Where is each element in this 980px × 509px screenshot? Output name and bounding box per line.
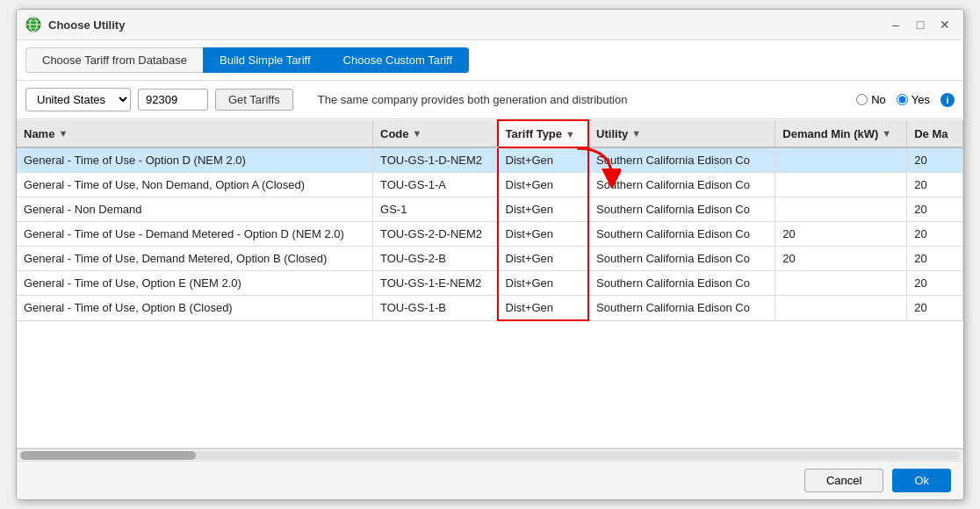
country-select[interactable]: United States (25, 88, 131, 111)
cell-name: General - Time of Use, Non Demand, Optio… (17, 173, 373, 197)
cell-code: TOU-GS-1-D-NEM2 (373, 147, 498, 173)
cell-utility: Southern California Edison Co (588, 147, 775, 173)
cell-code: TOU-GS-1-E-NEM2 (373, 271, 498, 296)
cell-tariff_type: Dist+Gen (498, 173, 589, 197)
cell-utility: Southern California Edison Co (588, 197, 775, 222)
cell-demand_max: 20 (907, 222, 963, 247)
cell-code: TOU-GS-1-B (373, 296, 498, 321)
main-window: Choose Utility – □ ✕ Choose Tariff from … (16, 9, 964, 500)
cell-name: General - Non Demand (17, 197, 373, 222)
filter-icon-utility[interactable]: ▼ (631, 128, 641, 139)
cell-demand_min: 20 (775, 222, 907, 247)
cell-code: TOU-GS-2-B (373, 247, 498, 271)
footer: Cancel Ok (17, 461, 963, 499)
close-button[interactable]: ✕ (935, 15, 955, 34)
cell-utility: Southern California Edison Co (588, 296, 775, 321)
table-row[interactable]: General - Time of Use, Option B (Closed)… (17, 296, 963, 321)
ok-button[interactable]: Ok (892, 469, 951, 492)
radio-yes-text: Yes (912, 93, 930, 106)
table-body: General - Time of Use - Option D (NEM 2.… (17, 147, 963, 320)
table-row[interactable]: General - Non DemandGS-1Dist+GenSouthern… (17, 197, 963, 222)
col-header-tariff-type[interactable]: Tariff Type ▼ (498, 120, 589, 147)
filter-icon-demand-min[interactable]: ▼ (882, 128, 891, 139)
col-header-demand-max[interactable]: De Ma (907, 120, 963, 147)
cell-tariff_type: Dist+Gen (498, 296, 589, 321)
cell-tariff_type: Dist+Gen (498, 222, 589, 247)
col-header-name[interactable]: Name ▼ (17, 120, 373, 147)
cell-tariff_type: Dist+Gen (498, 197, 589, 222)
tab-choose-db[interactable]: Choose Tariff from Database (25, 47, 203, 73)
cell-demand_max: 20 (907, 173, 963, 197)
radio-yes-label[interactable]: Yes (897, 93, 930, 106)
radio-yes[interactable] (897, 94, 908, 105)
table-row[interactable]: General - Time of Use, Demand Metered, O… (17, 247, 963, 271)
table-row[interactable]: General - Time of Use - Option D (NEM 2.… (17, 147, 963, 173)
table-header-row: Name ▼ Code ▼ Tariff Type ▼ (17, 120, 963, 147)
table-row[interactable]: General - Time of Use, Option E (NEM 2.0… (17, 271, 963, 296)
col-header-demand-min[interactable]: Demand Min (kW) ▼ (775, 120, 907, 147)
generation-label: The same company provides both generatio… (318, 93, 849, 106)
window-title: Choose Utility (48, 18, 125, 32)
filter-icon-name[interactable]: ▼ (58, 128, 68, 139)
cell-demand_min (775, 173, 907, 197)
cell-demand_max: 20 (907, 247, 963, 271)
cell-demand_min (775, 147, 907, 173)
filter-icon-code[interactable]: ▼ (413, 128, 422, 139)
zip-input[interactable] (138, 89, 208, 111)
app-icon (25, 17, 41, 32)
radio-no[interactable] (856, 94, 868, 105)
cell-name: General - Time of Use, Option B (Closed) (17, 296, 373, 321)
title-bar-left: Choose Utility (25, 17, 125, 32)
cell-code: TOU-GS-1-A (373, 173, 498, 197)
cell-code: TOU-GS-2-D-NEM2 (373, 222, 498, 247)
radio-no-text: No (871, 93, 886, 106)
table-container: Name ▼ Code ▼ Tariff Type ▼ (17, 119, 963, 448)
cell-tariff_type: Dist+Gen (498, 247, 589, 271)
tab-build-simple[interactable]: Build Simple Tariff (203, 47, 328, 73)
hscroll-thumb[interactable] (20, 451, 196, 460)
cancel-button[interactable]: Cancel (804, 469, 883, 492)
horizontal-scrollbar[interactable] (17, 448, 963, 461)
hscroll-track[interactable] (20, 451, 960, 460)
cell-name: General - Time of Use - Demand Metered -… (17, 222, 373, 247)
cell-tariff_type: Dist+Gen (498, 147, 589, 173)
cell-demand_max: 20 (907, 271, 963, 296)
title-bar: Choose Utility – □ ✕ (17, 10, 963, 40)
title-controls: – □ ✕ (886, 15, 955, 34)
minimize-button[interactable]: – (886, 15, 905, 34)
radio-group: No Yes i (856, 93, 955, 107)
cell-name: General - Time of Use - Option D (NEM 2.… (17, 147, 373, 173)
info-icon[interactable]: i (940, 93, 955, 107)
cell-name: General - Time of Use, Option E (NEM 2.0… (17, 271, 373, 296)
cell-tariff_type: Dist+Gen (498, 271, 589, 296)
cell-demand_max: 20 (907, 296, 963, 321)
get-tariffs-button[interactable]: Get Tariffs (215, 89, 293, 111)
data-table: Name ▼ Code ▼ Tariff Type ▼ (17, 119, 963, 321)
cell-demand_min (775, 271, 907, 296)
table-row[interactable]: General - Time of Use - Demand Metered -… (17, 222, 963, 247)
cell-utility: Southern California Edison Co (588, 173, 775, 197)
cell-utility: Southern California Edison Co (588, 271, 775, 296)
col-header-utility[interactable]: Utility ▼ (588, 120, 775, 147)
cell-code: GS-1 (373, 197, 498, 222)
cell-name: General - Time of Use, Demand Metered, O… (17, 247, 373, 271)
table-row[interactable]: General - Time of Use, Non Demand, Optio… (17, 173, 963, 197)
controls-row: United States Get Tariffs The same compa… (17, 81, 963, 119)
radio-no-label[interactable]: No (856, 93, 886, 106)
cell-demand_max: 20 (907, 147, 963, 173)
tab-choose-custom[interactable]: Choose Custom Tariff (328, 47, 470, 73)
cell-utility: Southern California Edison Co (588, 247, 775, 271)
cell-demand_min: 20 (775, 247, 907, 271)
col-header-code[interactable]: Code ▼ (373, 120, 498, 147)
cell-demand_min (775, 197, 907, 222)
cell-utility: Southern California Edison Co (588, 222, 775, 247)
tab-bar: Choose Tariff from Database Build Simple… (17, 40, 963, 81)
cell-demand_max: 20 (907, 197, 963, 222)
maximize-button[interactable]: □ (911, 15, 930, 34)
filter-icon-tariff-type[interactable]: ▼ (566, 129, 575, 140)
cell-demand_min (775, 296, 907, 321)
